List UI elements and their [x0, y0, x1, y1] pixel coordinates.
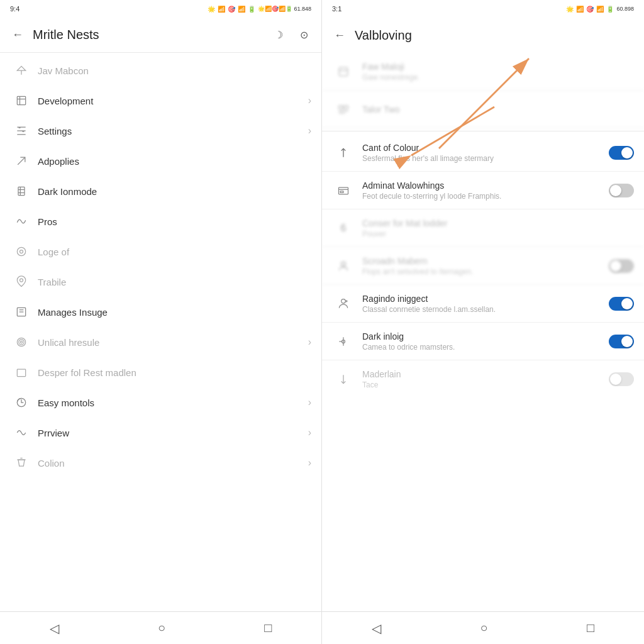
menu-chevron-prrview: › — [308, 427, 311, 438]
menu-label-manages-insuge: Manages Insuge — [38, 307, 311, 318]
menu-item-easy-montols[interactable]: Easy montols › — [0, 387, 321, 418]
settings-text-dark-inloig: Dark inloig Camea to odrice mamsters. — [362, 331, 609, 352]
svg-rect-21 — [17, 369, 25, 377]
menu-label-unlical: Unlical hresule — [38, 337, 308, 348]
svg-point-39 — [341, 262, 346, 266]
left-panel: 9:4 🌟📶🎯📶🔋🌟📶🎯📶🔋 61.848 ← Mritle Nests ☽ ⊙… — [0, 0, 322, 644]
settings-item-talor-two[interactable]: Talor Two — [322, 91, 644, 128]
settings-item-faw-maloji[interactable]: Faw Maloji Gaw nonestrege. — [322, 53, 644, 91]
settings-title-talor-two: Talor Two — [362, 104, 634, 114]
toggle-dark-inloig[interactable] — [609, 335, 634, 348]
menu-icon-trabile — [10, 275, 33, 288]
menu-icon-loge-of — [10, 245, 33, 258]
menu-label-loge-of: Loge of — [38, 247, 311, 257]
left-status-bar: 9:4 🌟📶🎯📶🔋🌟📶🎯📶🔋 61.848 — [0, 0, 321, 18]
right-nav-back[interactable]: ◁ — [357, 616, 396, 641]
settings-list: Faw Maloji Gaw nonestrege. Talor Two — [322, 53, 644, 611]
menu-item-prrview[interactable]: Prrview › — [0, 418, 321, 448]
settings-text-maderlain: Maderlain Tace — [362, 369, 609, 389]
menu-icon-desper — [10, 366, 33, 379]
settings-subtitle-dark-inloig: Camea to odrice mamsters. — [362, 343, 609, 352]
svg-point-19 — [19, 340, 24, 345]
settings-subtitle-ragindo: Classal conrnetie sternode l.am.ssellan. — [362, 305, 609, 314]
menu-item-loge-of[interactable]: Loge of — [0, 236, 321, 267]
settings-title-scroadn: Scroadn Mabern — [362, 256, 609, 266]
svg-point-20 — [20, 341, 22, 343]
svg-line-7 — [18, 157, 25, 165]
left-search-icon[interactable]: ☽ — [271, 28, 286, 43]
menu-item-dark-ionmode[interactable]: Dark Ionmode — [0, 176, 321, 206]
svg-point-13 — [20, 250, 23, 253]
settings-subtitle-maderlain: Tace — [362, 380, 609, 389]
menu-chevron-unlical: › — [308, 336, 311, 348]
right-back-button[interactable]: ← — [332, 28, 347, 43]
svg-point-14 — [20, 279, 23, 282]
toggle-knob-ragindo — [621, 298, 633, 309]
right-nav-recent[interactable]: □ — [572, 616, 609, 640]
settings-item-conser[interactable]: 6 Conser for Mat lodder Pouver — [322, 209, 644, 247]
svg-rect-38 — [340, 191, 343, 192]
menu-item-manages-insuge[interactable]: Manages Insuge — [0, 297, 321, 327]
right-nav-home[interactable]: ○ — [465, 616, 502, 640]
settings-title-cant-of-colour: Cant of Colour — [362, 143, 609, 153]
settings-subtitle-cant-of-colour: Sesfermal flos her's all limage stermary — [362, 154, 609, 163]
settings-subtitle-faw-maloji: Gaw nonestrege. — [362, 73, 634, 82]
toggle-adminat[interactable] — [609, 184, 634, 197]
menu-icon-development — [10, 94, 33, 107]
toggle-knob-scroadn — [610, 260, 621, 272]
menu-item-jav[interactable]: Jav Mabcon — [0, 55, 321, 86]
left-nav-back[interactable]: ◁ — [35, 616, 74, 641]
svg-rect-8 — [18, 187, 25, 195]
settings-icon-scroadn — [332, 260, 355, 272]
settings-icon-cant-of-colour — [332, 147, 355, 159]
menu-item-unlical[interactable]: Unlical hresule › — [0, 327, 321, 357]
svg-rect-31 — [339, 106, 343, 109]
menu-item-desper[interactable]: Desper fol Rest madlen — [0, 357, 321, 387]
toggle-maderlain[interactable] — [609, 372, 634, 386]
right-time: 3:1 — [332, 5, 341, 13]
menu-item-trabile[interactable]: Trabile — [0, 267, 321, 297]
toggle-scroadn[interactable] — [609, 259, 634, 273]
left-time: 9:4 — [10, 5, 19, 13]
menu-item-development[interactable]: Development › — [0, 86, 321, 116]
menu-label-development: Development — [38, 96, 308, 106]
menu-item-colion[interactable]: Colion › — [0, 448, 321, 478]
left-nav-home[interactable]: ○ — [143, 616, 180, 640]
right-top-bar: ← Valbloving — [322, 18, 644, 53]
settings-icon-conser: 6 — [332, 223, 355, 234]
settings-subtitle-adminat: Feot decule to-sterring yl loode Framphi… — [362, 192, 609, 201]
svg-rect-1 — [17, 96, 25, 104]
left-top-bar: ← Mritle Nests ☽ ⊙ — [0, 18, 321, 53]
settings-item-ragindo[interactable]: Ragindo iniggect Classal conrnetie stern… — [322, 285, 644, 323]
left-timer-icon[interactable]: ⊙ — [296, 28, 311, 43]
settings-item-scroadn[interactable]: Scroadn Mabern Flops an't setsolved to I… — [322, 247, 644, 285]
menu-label-jav: Jav Mabcon — [38, 65, 311, 76]
settings-item-maderlain[interactable]: Maderlain Tace — [322, 360, 644, 398]
settings-item-cant-of-colour[interactable]: Cant of Colour Sesfermal flos her's all … — [322, 134, 644, 172]
toggle-cant-of-colour[interactable] — [609, 146, 634, 160]
menu-label-desper: Desper fol Rest madlen — [38, 367, 311, 378]
menu-item-pros[interactable]: Pros — [0, 206, 321, 236]
settings-item-dark-inloig[interactable]: Dark inloig Camea to odrice mamsters. — [322, 323, 644, 360]
settings-icon-adminat — [332, 184, 355, 197]
toggle-ragindo[interactable] — [609, 297, 634, 311]
menu-label-settings: Settings — [38, 126, 308, 136]
svg-rect-32 — [344, 106, 348, 109]
menu-icon-colion — [10, 457, 33, 469]
menu-label-dark-ionmode: Dark Ionmode — [38, 186, 311, 197]
left-back-button[interactable]: ← — [10, 28, 25, 43]
left-nav-recent[interactable]: □ — [249, 616, 287, 640]
menu-item-settings[interactable]: Settings › — [0, 116, 321, 146]
menu-icon-prrview — [10, 426, 33, 439]
menu-icon-unlical — [10, 336, 33, 348]
settings-text-cant-of-colour: Cant of Colour Sesfermal flos her's all … — [362, 143, 609, 163]
settings-icon-ragindo — [332, 297, 355, 310]
menu-item-adpoplies[interactable]: Adpoplies — [0, 146, 321, 176]
menu-label-colion: Colion — [38, 458, 308, 469]
svg-point-40 — [341, 299, 346, 303]
settings-text-scroadn: Scroadn Mabern Flops an't setsolved to I… — [362, 256, 609, 276]
settings-item-adminat[interactable]: Adminat Walowhings Feot decule to-sterri… — [322, 172, 644, 209]
settings-icon-maderlain — [332, 373, 355, 386]
settings-icon-talor-two — [332, 103, 355, 116]
menu-icon-adpoplies — [10, 155, 33, 167]
